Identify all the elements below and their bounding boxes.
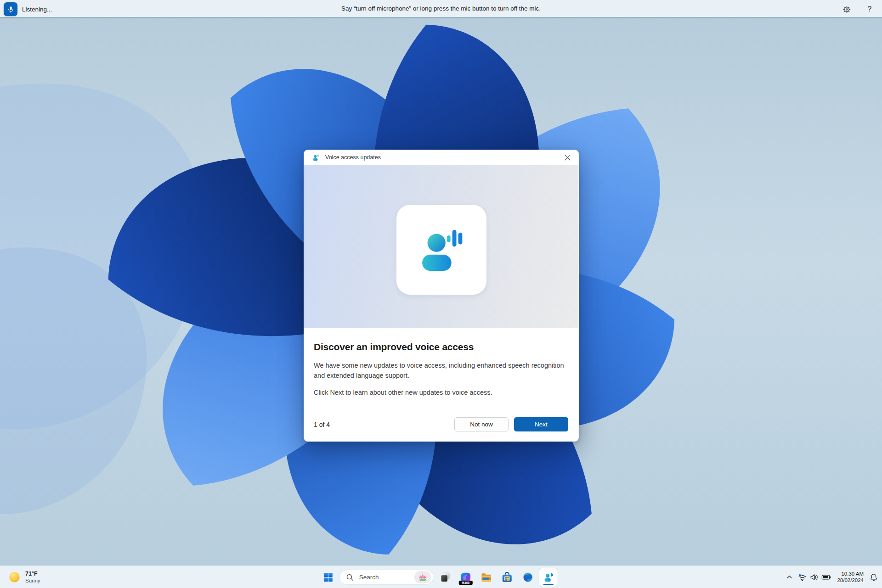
start-button[interactable] (319, 568, 337, 587)
wifi-shield-icon (797, 572, 808, 582)
dialog-heading: Discover an improved voice access (314, 342, 569, 353)
tray-time: 10:30 AM (837, 571, 864, 577)
voice-access-bar: Listening... Say “turn off microphone” o… (0, 0, 882, 18)
windows-logo-icon (322, 571, 334, 583)
active-app-indicator (543, 584, 554, 585)
file-explorer-button[interactable] (477, 568, 496, 587)
pagination-indicator: 1 of 4 (314, 421, 330, 428)
voice-instruction-text: Say “turn off microphone” or long press … (0, 5, 882, 12)
search-highlight-thumbnail[interactable] (414, 571, 431, 583)
dialog-close-button[interactable] (559, 151, 576, 163)
tray-date: 28/02/2024 (837, 577, 864, 584)
voice-help-button[interactable]: ? (863, 2, 876, 16)
lotus-flower-icon (418, 572, 428, 582)
notification-center-button[interactable] (867, 569, 880, 586)
dialog-content: Discover an improved voice access We hav… (304, 342, 578, 398)
network-volume-battery-button[interactable] (795, 569, 833, 586)
system-tray: 10:30 AM 28/02/2024 (784, 568, 880, 587)
dialog-paragraph-2: Click Next to learn about other new upda… (314, 387, 569, 398)
listening-status: Listening... (22, 0, 52, 18)
task-view-icon (439, 571, 451, 583)
weather-condition: Sunny (25, 577, 40, 584)
file-explorer-icon (481, 571, 492, 583)
chevron-up-icon (786, 574, 793, 581)
voice-access-app-icon (311, 153, 321, 162)
voice-access-taskbar-button[interactable] (539, 568, 558, 587)
not-now-button[interactable]: Not now (454, 417, 509, 431)
weather-temperature: 71°F (25, 571, 40, 577)
search-icon (346, 573, 354, 582)
next-button[interactable]: Next (514, 417, 568, 431)
edge-icon (522, 571, 533, 583)
m365-badge-label: M365 (459, 581, 473, 585)
hidden-icons-button[interactable] (784, 569, 795, 586)
volume-icon (809, 572, 820, 582)
bell-icon (869, 573, 878, 582)
question-mark-icon: ? (868, 5, 872, 13)
microphone-icon (7, 6, 15, 13)
edge-browser-button[interactable] (519, 568, 537, 587)
dialog-titlebar: Voice access updates (304, 150, 578, 165)
battery-icon (821, 572, 831, 582)
voice-access-updates-dialog: Voice access updates Discover an improve… (304, 150, 579, 442)
dialog-footer: 1 of 4 Not now Next (314, 417, 568, 431)
taskbar: 71°F Sunny Search (0, 566, 882, 588)
microphone-button[interactable] (4, 2, 17, 16)
voice-access-person-icon (412, 220, 471, 280)
microsoft-store-icon (501, 571, 513, 583)
dialog-paragraph-1: We have some new updates to voice access… (314, 360, 569, 381)
clock-date-button[interactable]: 10:30 AM 28/02/2024 (834, 569, 867, 586)
weather-widget[interactable]: 71°F Sunny (4, 568, 45, 587)
gear-icon (842, 5, 851, 14)
task-view-button[interactable] (436, 568, 454, 587)
taskbar-center-apps: Search (319, 568, 558, 587)
microsoft-store-button[interactable] (498, 568, 516, 587)
dialog-hero-illustration (304, 165, 578, 328)
dialog-title: Voice access updates (325, 154, 559, 161)
search-placeholder: Search (359, 574, 379, 581)
close-icon (565, 155, 571, 161)
sun-icon (8, 571, 21, 583)
voice-access-taskbar-icon (542, 571, 554, 583)
m365-copilot-button[interactable]: M365 (457, 568, 475, 587)
voice-settings-button[interactable] (840, 2, 854, 16)
taskbar-search-box[interactable]: Search (339, 570, 434, 585)
voice-access-icon-card (396, 205, 486, 295)
